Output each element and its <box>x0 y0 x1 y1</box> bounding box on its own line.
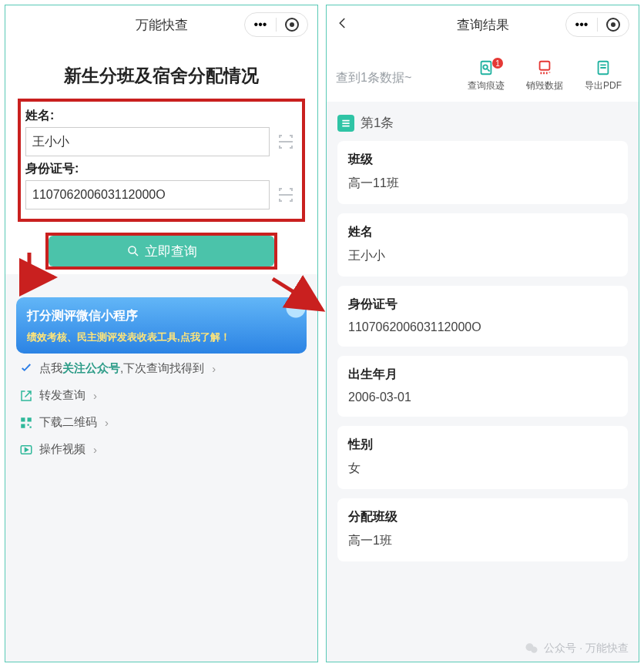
record-header: 第1条 <box>327 102 639 141</box>
svg-rect-5 <box>30 426 32 427</box>
close-target-icon[interactable] <box>277 18 307 32</box>
pdf-icon <box>595 59 612 76</box>
play-icon <box>19 443 33 457</box>
wechat-capsule: ••• <box>244 12 308 37</box>
share-icon <box>19 389 33 403</box>
trace-tool[interactable]: 查询痕迹 1 <box>460 59 512 92</box>
wechat-icon <box>524 641 539 656</box>
result-card: 班级 高一11班 <box>337 141 628 204</box>
link-list: 点我关注公众号,下次查询找得到 › 转发查询 › 下载二维码 › <box>5 361 317 463</box>
result-panel: 查询结果 ••• 查到1条数据~ 查询痕迹 1 销毁数据 导出PDF <box>326 5 639 662</box>
id-label: 身份证号: <box>25 161 297 177</box>
query-form-panel: 万能快查 ••• 新生分班及宿舍分配情况 姓名: 身份证号: <box>5 5 318 662</box>
menu-dots-icon[interactable]: ••• <box>566 18 597 32</box>
forward-link[interactable]: 转发查询 › <box>19 388 304 403</box>
check-icon <box>19 362 33 376</box>
chevron-right-icon: › <box>105 416 109 429</box>
svg-rect-7 <box>481 62 491 75</box>
hero-title: 新生分班及宿舍分配情况 <box>18 64 305 88</box>
result-card: 出生年月 2006-03-01 <box>337 356 628 417</box>
id-input[interactable] <box>25 180 270 209</box>
svg-rect-1 <box>21 417 25 421</box>
svg-point-8 <box>483 65 488 69</box>
right-topbar: 查询结果 ••• <box>327 5 639 44</box>
svg-point-12 <box>531 647 537 653</box>
promo-decor-icon <box>253 297 307 340</box>
promo-card[interactable]: 打分测评微信小程序 绩效考核、民主测评发表收表工具,点我了解！ <box>16 297 307 354</box>
svg-point-0 <box>129 246 136 253</box>
svg-rect-4 <box>28 424 29 425</box>
back-icon[interactable] <box>336 16 350 34</box>
query-button-highlight: 立即查询 <box>45 233 277 270</box>
svg-rect-3 <box>21 424 25 427</box>
export-pdf-tool[interactable]: 导出PDF <box>577 59 629 92</box>
name-input[interactable] <box>25 127 270 156</box>
menu-dots-icon[interactable]: ••• <box>245 18 276 32</box>
qrcode-icon <box>19 416 33 430</box>
trace-badge: 1 <box>492 58 503 69</box>
query-button[interactable]: 立即查询 <box>49 236 274 266</box>
video-link[interactable]: 操作视频 › <box>19 442 304 457</box>
result-card: 身份证号 110706200603112000O <box>337 286 628 347</box>
result-card: 姓名 王小小 <box>337 213 628 277</box>
close-target-icon[interactable] <box>598 18 629 32</box>
list-icon <box>337 115 354 132</box>
shred-icon <box>536 59 553 76</box>
name-label: 姓名: <box>25 108 297 124</box>
result-toolbar: 查到1条数据~ 查询痕迹 1 销毁数据 导出PDF <box>327 44 639 102</box>
form-highlight-box: 姓名: 身份证号: <box>18 99 305 222</box>
result-card: 性别 女 <box>337 426 628 489</box>
result-card: 分配班级 高一1班 <box>337 498 628 561</box>
scan-icon[interactable] <box>274 186 297 204</box>
scan-icon[interactable] <box>274 132 297 151</box>
qrcode-link[interactable]: 下载二维码 › <box>19 415 304 430</box>
watermark: 公众号 · 万能快查 <box>524 641 629 656</box>
left-topbar: 万能快查 ••• <box>5 5 317 44</box>
wechat-capsule: ••• <box>565 12 629 37</box>
search-icon <box>126 244 140 258</box>
svg-rect-9 <box>540 62 550 70</box>
chevron-right-icon: › <box>93 443 97 456</box>
chevron-right-icon: › <box>93 389 97 402</box>
result-count: 查到1条数据~ <box>336 59 454 86</box>
query-button-label: 立即查询 <box>145 243 197 260</box>
result-cards: 班级 高一11班 姓名 王小小 身份证号 110706200603112000O… <box>327 141 639 572</box>
chevron-right-icon: › <box>212 362 216 375</box>
hero: 新生分班及宿舍分配情况 姓名: 身份证号: <box>5 44 317 274</box>
follow-link[interactable]: 点我关注公众号,下次查询找得到 › <box>19 361 304 376</box>
destroy-tool[interactable]: 销毁数据 <box>518 59 571 92</box>
svg-rect-2 <box>28 417 32 421</box>
